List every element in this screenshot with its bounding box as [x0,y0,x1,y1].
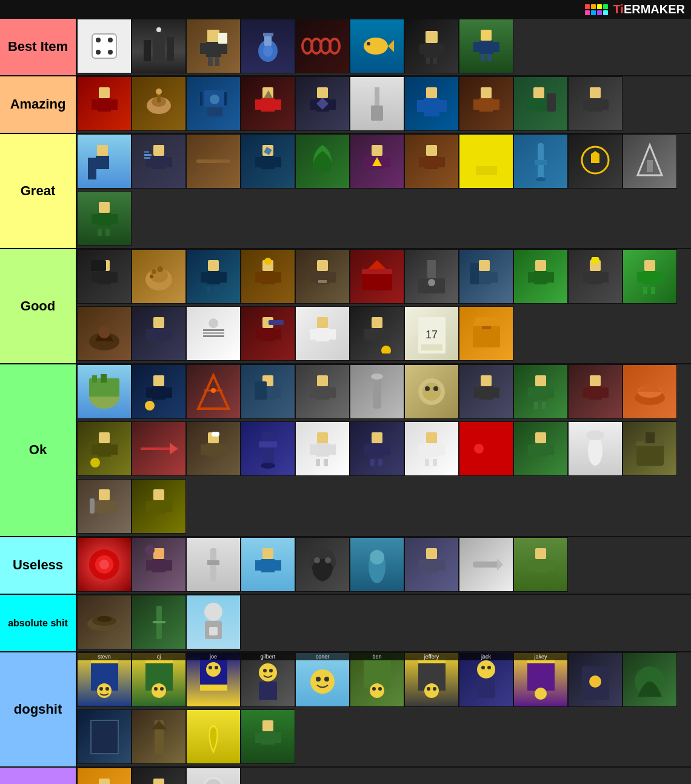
list-item[interactable] [186,364,241,419]
list-item[interactable] [568,652,623,707]
list-item[interactable] [132,768,186,784]
list-item[interactable] [77,306,132,361]
list-item[interactable] [404,134,459,189]
list-item[interactable] [295,364,350,419]
list-item[interactable] [404,421,459,476]
list-item[interactable] [350,249,404,304]
list-item[interactable] [568,364,623,419]
list-item[interactable] [186,595,241,649]
list-item[interactable] [77,479,132,534]
list-item[interactable] [186,768,241,784]
list-item[interactable] [186,249,241,304]
list-item[interactable] [623,421,677,476]
list-item[interactable] [77,768,132,784]
list-item[interactable] [459,364,513,419]
list-item[interactable] [295,249,350,304]
list-item[interactable] [404,76,459,131]
list-item[interactable] [459,134,513,189]
list-item[interactable] [132,134,186,189]
list-item[interactable] [241,537,295,592]
list-item[interactable] [186,76,241,131]
list-item[interactable] [132,76,186,131]
list-item[interactable] [132,479,186,534]
list-item[interactable] [513,134,568,189]
list-item[interactable] [241,134,295,189]
list-item[interactable]: ben [350,652,404,707]
list-item[interactable] [513,249,568,304]
list-item[interactable] [186,306,241,361]
list-item[interactable] [295,421,350,476]
list-item[interactable] [295,537,350,592]
list-item[interactable] [241,364,295,419]
list-item[interactable] [77,595,132,649]
list-item[interactable] [77,76,132,131]
list-item[interactable] [513,421,568,476]
list-item[interactable] [241,709,295,764]
list-item[interactable] [77,249,132,304]
list-item[interactable] [186,19,241,73]
list-item[interactable] [295,76,350,131]
list-item[interactable]: coner [295,652,350,707]
list-item[interactable] [186,709,241,764]
list-item[interactable] [568,134,623,189]
list-item[interactable] [513,364,568,419]
list-item[interactable] [186,134,241,189]
list-item[interactable]: gilbert [241,652,295,707]
list-item[interactable] [77,134,132,189]
list-item[interactable] [350,306,404,361]
list-item[interactable] [295,19,350,73]
list-item[interactable] [186,421,241,476]
list-item[interactable] [132,364,186,419]
list-item[interactable] [459,537,513,592]
list-item[interactable] [404,249,459,304]
list-item[interactable] [132,249,186,304]
list-item[interactable] [568,421,623,476]
list-item[interactable] [568,76,623,131]
list-item[interactable]: 17 [404,306,459,361]
list-item[interactable]: stevn [77,652,132,707]
list-item[interactable] [132,595,186,649]
list-item[interactable] [241,249,295,304]
list-item[interactable]: jeffery [404,652,459,707]
list-item[interactable] [568,249,623,304]
list-item[interactable]: cj [132,652,186,707]
list-item[interactable] [513,537,568,592]
list-item[interactable] [459,19,513,73]
list-item[interactable] [132,306,186,361]
list-item[interactable] [459,249,513,304]
list-item[interactable] [350,421,404,476]
list-item[interactable] [77,364,132,419]
list-item[interactable] [350,134,404,189]
list-item[interactable] [623,249,677,304]
list-item[interactable]: joe [186,652,241,707]
list-item[interactable] [404,537,459,592]
list-item[interactable] [241,421,295,476]
list-item[interactable] [132,709,186,764]
list-item[interactable] [77,19,132,73]
list-item[interactable] [295,134,350,189]
list-item[interactable] [350,19,404,73]
list-item[interactable] [459,76,513,131]
list-item[interactable] [350,537,404,592]
list-item[interactable] [77,191,132,246]
list-item[interactable] [77,709,132,764]
list-item[interactable] [404,364,459,419]
list-item[interactable] [404,19,459,73]
list-item[interactable] [241,306,295,361]
list-item[interactable] [241,76,295,131]
list-item[interactable] [132,421,186,476]
list-item[interactable] [241,19,295,73]
list-item[interactable]: jack [459,652,513,707]
list-item[interactable] [623,652,677,707]
list-item[interactable] [295,306,350,361]
list-item[interactable] [77,421,132,476]
list-item[interactable] [350,76,404,131]
list-item[interactable] [350,364,404,419]
list-item[interactable] [623,134,677,189]
list-item[interactable] [459,306,513,361]
list-item[interactable] [77,537,132,592]
list-item[interactable] [132,537,186,592]
list-item[interactable] [186,537,241,592]
list-item[interactable] [623,364,677,419]
list-item[interactable] [459,421,513,476]
